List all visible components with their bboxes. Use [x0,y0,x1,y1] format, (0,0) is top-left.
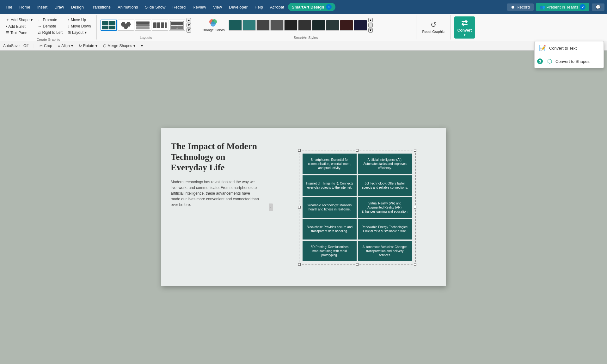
menu-transitions[interactable]: Transitions [88,3,114,11]
chat-button[interactable]: 💬 [592,3,604,11]
change-colors-button[interactable]: Change Colors [199,17,227,33]
style-scroll-expand[interactable]: ⬜ [368,23,373,27]
move-down-icon: ↓ [68,24,70,28]
menu-animations[interactable]: Animations [114,3,141,11]
smartart-design-tab[interactable]: SmartArt Design 1 [288,3,336,11]
smartart-styles-content: Change Colors ▲ ⬜ ▼ [199,15,372,35]
smartart-cell-8[interactable]: 3D Printing: Revolutionizes manufacturin… [303,241,357,261]
menu-design[interactable]: Design [68,3,87,11]
handle-tr[interactable] [414,149,416,152]
menu-file[interactable]: File [3,3,15,11]
add-shape-button[interactable]: ＋ Add Shape ▾ [4,16,34,23]
reset-graphic-button[interactable]: ↺ Reset Graphic [420,20,446,35]
menu-acrobat[interactable]: Acrobat [267,3,287,11]
layout-thumb-2[interactable] [118,20,134,31]
menu-insert[interactable]: Insert [34,3,51,11]
demote-icon: → [38,24,41,28]
smartart-cell-7[interactable]: Renewable Energy Technologies: Crucial f… [358,219,412,240]
layouts-group: ▲ ▼ ▼ Layouts [97,15,195,39]
layout-scroll-down[interactable]: ▼ [187,28,191,33]
style-scroll-down[interactable]: ▼ [368,28,373,33]
style-scroll-up[interactable]: ▲ [368,18,373,22]
move-up-button[interactable]: ↑ Move Up [66,17,93,23]
align-button[interactable]: ≡ Align ▾ [56,43,75,49]
svg-rect-3 [109,26,115,29]
slide[interactable]: The Impact of Modern Technology on Every… [161,128,446,286]
create-graphic-group: ＋ Add Shape ▾ • Add Bullet ☰ Text Pane ←… [0,15,97,39]
layout-label: Layout [72,30,83,35]
svg-rect-2 [102,26,108,29]
present-teams-button[interactable]: 👥 Present in Teams 2 [536,3,589,11]
handle-ml[interactable] [298,206,301,209]
right-to-left-button[interactable]: ⇄ Right to Left [36,30,64,35]
smartart-container[interactable]: Smartphones: Essential for communication… [299,150,416,265]
menu-view[interactable]: View [210,3,225,11]
menu-slideshow[interactable]: Slide Show [142,3,169,11]
smartart-cell-5[interactable]: Virtual Reality (VR) and Augmented Reali… [358,197,412,218]
style-thumb-5[interactable] [284,20,297,31]
menu-home[interactable]: Home [16,3,34,11]
handle-bm[interactable] [356,263,359,266]
layout-scroll-expand[interactable]: ▼ [187,23,191,27]
menu-help[interactable]: Help [251,3,266,11]
demote-button[interactable]: → Demote [36,23,64,29]
menu-record[interactable]: Record [169,3,189,11]
handle-tl[interactable] [298,149,301,152]
style-thumb-8[interactable] [326,20,339,31]
style-thumb-2[interactable] [242,20,256,31]
more-commands-button[interactable]: ▾ [139,43,145,49]
slide-right: Smartphones: Essential for communication… [269,128,446,286]
style-thumb-3[interactable] [256,20,270,31]
convert-to-shapes-badge: 3 [537,58,543,64]
autosave-toggle[interactable]: Off [21,43,30,49]
smartart-cell-4[interactable]: Wearable Technology: Monitors health and… [303,197,357,218]
menu-draw[interactable]: Draw [51,3,67,11]
style-thumb-1[interactable] [229,20,242,31]
layout-thumb-4[interactable] [152,20,168,31]
rotate-button[interactable]: ↻ Rotate ▾ [77,43,99,49]
record-button[interactable]: ⏺ Record [507,3,534,11]
layout-button[interactable]: ⊞ Layout ▾ [66,30,93,35]
convert-to-text-label: Convert to Text [549,46,577,51]
menu-developer[interactable]: Developer [226,3,251,11]
handle-br[interactable] [414,263,416,266]
smartart-cell-9[interactable]: Autonomous Vehicles: Changes transportat… [358,241,412,261]
menu-review[interactable]: Review [189,3,209,11]
crop-button[interactable]: ✂ Crop [38,43,54,49]
layout-thumb-svg-3 [136,21,150,30]
svg-rect-10 [153,22,156,28]
style-thumb-4[interactable] [270,20,284,31]
smartart-cell-1[interactable]: Artificial Intelligence (AI): Automates … [358,154,412,174]
crop-label: Crop [44,44,52,48]
move-down-label: Move Down [71,24,91,28]
smartart-cell-3[interactable]: 5G Technology: Offers faster speeds and … [358,175,412,196]
convert-group-label [454,40,475,40]
text-pane-button[interactable]: ☰ Text Pane [4,30,34,36]
style-thumb-7[interactable] [312,20,325,31]
convert-to-text-item[interactable]: 📝 Convert to Text [535,41,604,55]
layout-scroll-up[interactable]: ▲ [187,18,191,22]
handle-tm[interactable] [356,149,359,152]
smartart-cell-0[interactable]: Smartphones: Essential for communication… [303,154,357,174]
style-thumb-6[interactable] [298,20,311,31]
add-bullet-button[interactable]: • Add Bullet [4,24,34,29]
merge-shapes-button[interactable]: ⬡ Merge Shapes ▾ [101,43,137,49]
layout-thumb-3[interactable] [135,20,151,31]
layout-thumb-5[interactable] [169,20,185,31]
smartart-cell-2[interactable]: Internet of Things (IoT): Connects every… [303,175,357,196]
merge-shapes-icon: ⬡ [103,44,106,48]
move-down-button[interactable]: ↓ Move Down [66,23,93,29]
convert-to-shapes-item[interactable]: 3 ⬡ Convert to Shapes [535,55,604,68]
create-graphic-col: ＋ Add Shape ▾ • Add Bullet ☰ Text Pane [4,16,34,36]
handle-mr[interactable] [414,206,416,209]
smartart-cell-6[interactable]: Blockchain: Provides secure and transpar… [303,219,357,240]
style-thumb-10[interactable] [354,20,367,31]
layout-thumb-1[interactable] [101,20,117,31]
convert-button[interactable]: ⇄ Convert ▾ [454,16,475,39]
create-graphic-content: ＋ Add Shape ▾ • Add Bullet ☰ Text Pane ←… [4,15,93,37]
style-thumb-9[interactable] [340,20,353,31]
layout-thumb-svg-5 [170,21,184,30]
promote-button[interactable]: ← Promote [36,17,64,23]
svg-rect-12 [161,22,164,28]
handle-bl[interactable] [298,263,301,266]
